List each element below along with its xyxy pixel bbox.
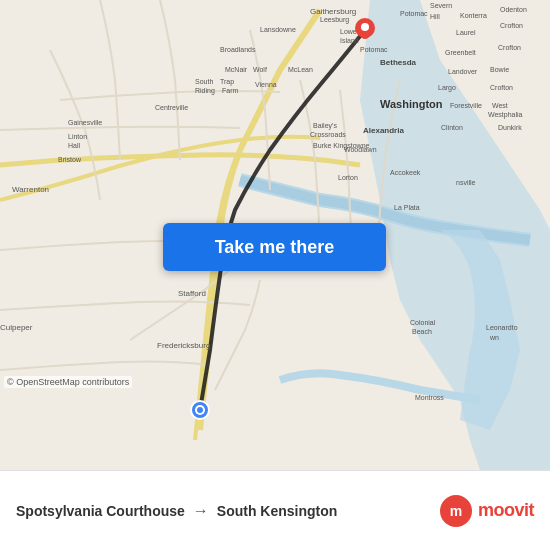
svg-text:Wolf: Wolf bbox=[253, 66, 267, 73]
svg-text:South: South bbox=[195, 78, 213, 85]
moovit-text: moovit bbox=[478, 500, 534, 521]
moovit-logo: m moovit bbox=[440, 495, 534, 527]
svg-text:Trap: Trap bbox=[220, 78, 234, 86]
svg-text:Accokeek: Accokeek bbox=[390, 169, 421, 176]
origin-label: Spotsylvania Courthouse bbox=[16, 503, 185, 519]
bottom-bar: Spotsylvania Courthouse → South Kensingt… bbox=[0, 470, 550, 550]
destination-label: South Kensington bbox=[217, 503, 338, 519]
svg-text:Lansdowne: Lansdowne bbox=[260, 26, 296, 33]
svg-text:Crofton: Crofton bbox=[500, 22, 523, 29]
svg-text:Leonardto: Leonardto bbox=[486, 324, 518, 331]
svg-text:Hill: Hill bbox=[430, 13, 440, 20]
svg-text:Vienna: Vienna bbox=[255, 81, 277, 88]
svg-text:Riding: Riding bbox=[195, 87, 215, 95]
svg-text:La Plata: La Plata bbox=[394, 204, 420, 211]
svg-text:Broadlands: Broadlands bbox=[220, 46, 256, 53]
svg-text:Gainesville: Gainesville bbox=[68, 119, 102, 126]
svg-text:McLean: McLean bbox=[288, 66, 313, 73]
arrow-icon: → bbox=[193, 502, 209, 520]
svg-text:Centreville: Centreville bbox=[155, 104, 188, 111]
svg-text:Warrenton: Warrenton bbox=[12, 185, 49, 194]
svg-text:Bethesda: Bethesda bbox=[380, 58, 417, 67]
moovit-icon: m bbox=[440, 495, 472, 527]
svg-text:Dunkirk: Dunkirk bbox=[498, 124, 522, 131]
svg-text:Culpeper: Culpeper bbox=[0, 323, 33, 332]
svg-text:Alexandria: Alexandria bbox=[363, 126, 404, 135]
svg-text:Potomac: Potomac bbox=[360, 46, 388, 53]
svg-text:Linton: Linton bbox=[68, 133, 87, 140]
svg-text:Fredericksburg: Fredericksburg bbox=[157, 341, 210, 350]
svg-text:Lorton: Lorton bbox=[338, 174, 358, 181]
take-me-there-button[interactable]: Take me there bbox=[163, 223, 386, 271]
svg-text:Severn: Severn bbox=[430, 2, 452, 9]
svg-text:Woodlawn: Woodlawn bbox=[344, 146, 377, 153]
svg-text:Crofton: Crofton bbox=[490, 84, 513, 91]
route-row: Spotsylvania Courthouse → South Kensingt… bbox=[16, 502, 337, 520]
svg-text:Colonial: Colonial bbox=[410, 319, 436, 326]
svg-text:Potomac: Potomac bbox=[400, 10, 428, 17]
svg-text:Island: Island bbox=[340, 37, 359, 44]
svg-text:Bristow: Bristow bbox=[58, 156, 82, 163]
svg-text:Forestville: Forestville bbox=[450, 102, 482, 109]
svg-text:wn: wn bbox=[489, 334, 499, 341]
svg-text:Largo: Largo bbox=[438, 84, 456, 92]
svg-text:Farm: Farm bbox=[222, 87, 239, 94]
svg-text:Crossroads: Crossroads bbox=[310, 131, 346, 138]
svg-text:Landover: Landover bbox=[448, 68, 478, 75]
svg-text:Konterra: Konterra bbox=[460, 12, 487, 19]
map-area: Gaithersburg Severn Hill Leesburg Potoma… bbox=[0, 0, 550, 470]
app-container: Gaithersburg Severn Hill Leesburg Potoma… bbox=[0, 0, 550, 550]
svg-text:Crofton: Crofton bbox=[498, 44, 521, 51]
svg-text:West: West bbox=[492, 102, 508, 109]
svg-text:Westphalia: Westphalia bbox=[488, 111, 523, 119]
svg-text:nsville: nsville bbox=[456, 179, 476, 186]
svg-text:Washington: Washington bbox=[380, 98, 443, 110]
svg-text:Gaithersburg: Gaithersburg bbox=[310, 7, 356, 16]
svg-text:Laurel: Laurel bbox=[456, 29, 476, 36]
svg-text:Hall: Hall bbox=[68, 142, 81, 149]
svg-text:Bailey's: Bailey's bbox=[313, 122, 337, 130]
svg-point-61 bbox=[197, 407, 203, 413]
svg-text:Montross: Montross bbox=[415, 394, 444, 401]
svg-point-63 bbox=[361, 23, 369, 31]
svg-text:Beach: Beach bbox=[412, 328, 432, 335]
svg-text:Bowie: Bowie bbox=[490, 66, 509, 73]
svg-text:Greenbelt: Greenbelt bbox=[445, 49, 476, 56]
svg-text:Clinton: Clinton bbox=[441, 124, 463, 131]
map-attribution: © OpenStreetMap contributors bbox=[4, 376, 132, 388]
bottom-route-info: Spotsylvania Courthouse → South Kensingt… bbox=[16, 502, 337, 520]
svg-text:Stafford: Stafford bbox=[178, 289, 206, 298]
svg-text:McNair: McNair bbox=[225, 66, 248, 73]
svg-text:Leesburg: Leesburg bbox=[320, 16, 349, 24]
svg-text:Odenton: Odenton bbox=[500, 6, 527, 13]
